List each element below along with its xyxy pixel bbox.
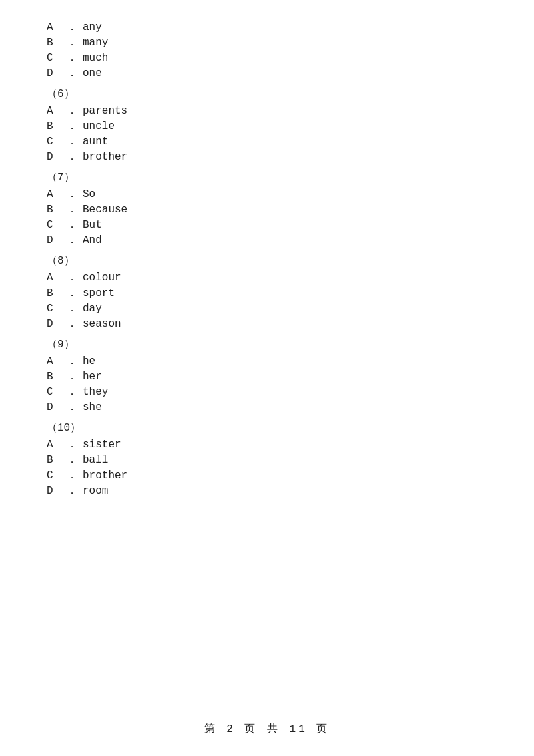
option-letter: C xyxy=(47,52,67,64)
question-number-9: （9） xyxy=(47,337,487,351)
option-text: So xyxy=(83,188,95,200)
list-item: D ． room xyxy=(47,484,487,498)
option-text: season xyxy=(83,318,121,330)
list-item: D ． brother xyxy=(47,150,487,164)
option-text: her xyxy=(83,371,102,383)
list-item: A ． sister xyxy=(47,437,487,451)
option-text: colour xyxy=(83,272,121,284)
question-number-10: （10） xyxy=(47,421,487,435)
option-text: brother xyxy=(83,151,127,163)
question-number-7: （7） xyxy=(47,170,487,184)
list-item: C ． aunt xyxy=(47,134,487,148)
option-letter: B xyxy=(47,120,67,132)
list-item: D ． And xyxy=(47,233,487,247)
list-item: A ． So xyxy=(47,187,487,201)
list-item: B ． her xyxy=(47,369,487,383)
list-item: A ． any xyxy=(47,20,487,34)
option-text: uncle xyxy=(83,120,115,132)
option-letter: C xyxy=(47,386,67,398)
main-content: A ． any B ． many C ． much D ． one （6） A … xyxy=(0,0,534,539)
list-item: B ． many xyxy=(47,35,487,49)
option-letter: A xyxy=(47,188,67,200)
option-letter: D xyxy=(47,318,67,330)
option-letter: D xyxy=(47,485,67,497)
option-text: But xyxy=(83,219,102,231)
page-footer: 第 2 页 共 11 页 xyxy=(0,722,534,736)
option-letter: B xyxy=(47,371,67,383)
option-letter: D xyxy=(47,401,67,413)
list-item: B ． sport xyxy=(47,286,487,300)
option-text: ball xyxy=(83,454,108,466)
option-text: they xyxy=(83,386,108,398)
option-text: Because xyxy=(83,204,127,216)
option-text: parents xyxy=(83,105,127,117)
list-item: B ． Because xyxy=(47,202,487,216)
option-text: brother xyxy=(83,469,127,482)
list-item: A ． parents xyxy=(47,104,487,118)
option-text: he xyxy=(83,355,95,367)
option-text: any xyxy=(83,21,102,33)
option-letter: D xyxy=(47,151,67,163)
option-letter: B xyxy=(47,287,67,299)
option-letter: D xyxy=(47,67,67,79)
option-text: much xyxy=(83,52,108,64)
option-text: room xyxy=(83,485,108,497)
list-item: C ． they xyxy=(47,385,487,399)
option-letter: C xyxy=(47,469,67,482)
option-letter: A xyxy=(47,105,67,117)
question-6-options: A ． parents B ． uncle C ． aunt D ． broth… xyxy=(47,104,487,164)
list-item: B ． uncle xyxy=(47,119,487,133)
option-text: day xyxy=(83,303,102,315)
option-letter: B xyxy=(47,454,67,466)
option-letter: B xyxy=(47,204,67,216)
list-item: D ． season xyxy=(47,317,487,331)
option-letter: A xyxy=(47,272,67,284)
question-number-6: （6） xyxy=(47,87,487,101)
list-item: C ． day xyxy=(47,301,487,315)
list-item: C ． But xyxy=(47,218,487,232)
question-9-options: A ． he B ． her C ． they D ． she xyxy=(47,354,487,414)
list-item: D ． one xyxy=(47,66,487,80)
list-item: B ． ball xyxy=(47,453,487,467)
option-text: And xyxy=(83,234,102,246)
option-text: sport xyxy=(83,287,115,299)
list-item: A ． colour xyxy=(47,270,487,285)
question-10-options: A ． sister B ． ball C ． brother D ． room xyxy=(47,437,487,498)
option-letter: B xyxy=(47,37,67,49)
option-letter: C xyxy=(47,219,67,231)
question-8-options: A ． colour B ． sport C ． day D ． season xyxy=(47,270,487,331)
option-text: aunt xyxy=(83,136,108,148)
question-7-options: A ． So B ． Because C ． But D ． And xyxy=(47,187,487,247)
option-text: sister xyxy=(83,439,121,451)
page-number-text: 第 2 页 共 11 页 xyxy=(204,723,330,735)
option-text: she xyxy=(83,401,102,413)
option-letter: A xyxy=(47,21,67,33)
question-5-options: A ． any B ． many C ． much D ． one xyxy=(47,20,487,80)
list-item: A ． he xyxy=(47,354,487,368)
option-text: one xyxy=(83,67,102,79)
list-item: C ． brother xyxy=(47,468,487,482)
option-letter: A xyxy=(47,355,67,367)
question-number-8: （8） xyxy=(47,254,487,268)
list-item: C ． much xyxy=(47,51,487,65)
option-letter: D xyxy=(47,234,67,246)
option-letter: C xyxy=(47,136,67,148)
option-letter: C xyxy=(47,303,67,315)
option-text: many xyxy=(83,37,108,49)
list-item: D ． she xyxy=(47,400,487,414)
option-letter: A xyxy=(47,439,67,451)
